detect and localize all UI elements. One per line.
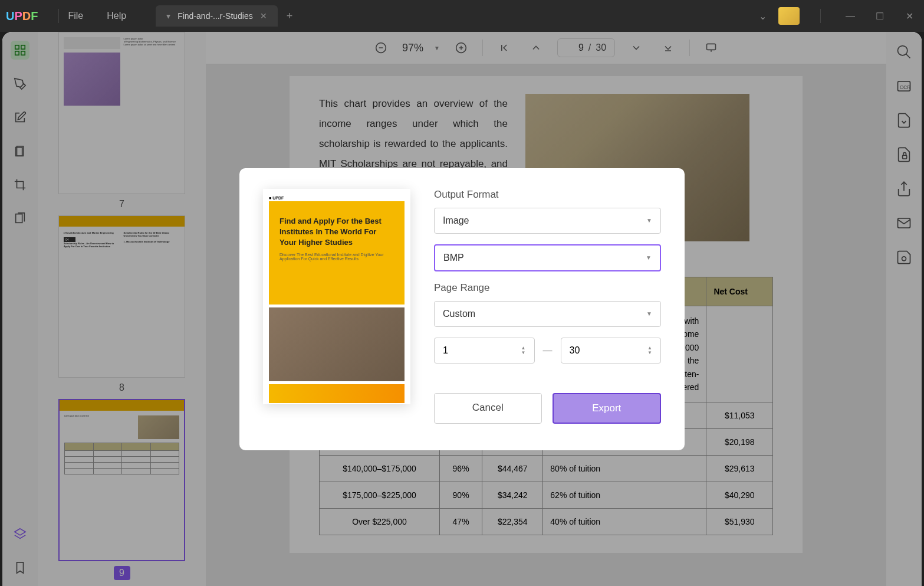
premium-badge[interactable]	[778, 7, 800, 25]
cancel-button[interactable]: Cancel	[434, 393, 542, 424]
export-button[interactable]: Export	[553, 393, 662, 424]
dropdown-icon: ▼	[646, 254, 652, 261]
new-tab-button[interactable]: +	[287, 10, 293, 22]
output-format-select[interactable]: Image ▼	[434, 208, 661, 234]
modal-overlay: ■ UPDF Find and Apply For the Best Insti…	[2, 32, 922, 586]
tab-title: Find-and-...r-Studies	[177, 11, 253, 21]
chevron-down-icon[interactable]: ⌄	[759, 11, 767, 22]
maximize-button[interactable]: ☐	[871, 11, 889, 22]
export-modal: ■ UPDF Find and Apply For the Best Insti…	[239, 168, 685, 450]
export-preview: ■ UPDF Find and Apply For the Best Insti…	[263, 189, 410, 404]
document-tab[interactable]: ▾ Find-and-...r-Studies ✕	[156, 5, 278, 27]
image-format-select[interactable]: BMP ▼	[434, 244, 661, 271]
close-button[interactable]: ✕	[900, 11, 918, 22]
dropdown-icon: ▼	[646, 310, 652, 317]
menu-file[interactable]: File	[68, 11, 83, 21]
spinner-icon[interactable]: ▲▼	[521, 346, 526, 355]
range-from-input[interactable]: 1 ▲▼	[434, 338, 535, 364]
minimize-button[interactable]: —	[841, 11, 859, 21]
divider	[820, 9, 821, 23]
menu-help[interactable]: Help	[107, 11, 126, 21]
output-format-label: Output Format	[434, 189, 661, 201]
page-range-select[interactable]: Custom ▼	[434, 301, 661, 327]
app-logo: UPDF	[6, 9, 38, 23]
tab-close-icon[interactable]: ✕	[260, 11, 267, 21]
preview-title: Find and Apply For the Best Institutes I…	[279, 216, 394, 248]
page-range-label: Page Range	[434, 282, 661, 294]
range-dash: —	[543, 345, 553, 356]
preview-subtitle: Discover The Best Educational Institute …	[279, 253, 394, 261]
tab-dropdown-icon[interactable]: ▾	[166, 11, 170, 21]
range-to-input[interactable]: 30 ▲▼	[561, 338, 662, 364]
spinner-icon[interactable]: ▲▼	[647, 346, 652, 355]
divider	[58, 9, 59, 23]
titlebar: UPDF File Help ▾ Find-and-...r-Studies ✕…	[0, 0, 924, 32]
dropdown-icon: ▼	[646, 217, 652, 224]
